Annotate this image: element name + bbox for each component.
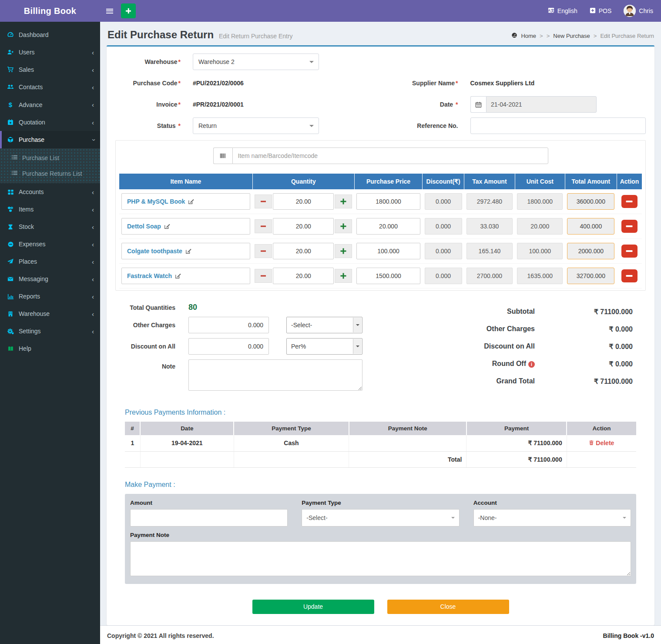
quantity-decrease-button[interactable] <box>255 244 272 258</box>
page-subtitle: Edit Return Purchase Entry <box>219 33 293 40</box>
sidebar-item-purchase[interactable]: Purchase <box>0 131 100 148</box>
sidebar-item-messaging[interactable]: Messaging <box>0 270 100 288</box>
quantity-input[interactable] <box>273 193 334 210</box>
list-icon <box>11 170 18 178</box>
quantity-increase-button[interactable] <box>335 219 352 233</box>
delete-payment-button[interactable]: Delete <box>589 439 614 446</box>
remove-item-button[interactable] <box>621 195 638 208</box>
other-charges-select[interactable]: -Select- <box>286 317 362 333</box>
quantity-input[interactable] <box>273 268 334 284</box>
grand-total-value: ₹ 71100.000 <box>535 377 633 386</box>
sidebar-item-purchase-list[interactable]: Purchase List <box>0 150 100 166</box>
amount-input[interactable] <box>130 509 288 527</box>
reference-no-input[interactable] <box>470 117 646 134</box>
quick-add-button[interactable] <box>121 3 136 18</box>
sidebar-item-dashboard[interactable]: Dashboard <box>0 26 100 44</box>
sidebar-item-accounts[interactable]: Accounts <box>0 183 100 201</box>
sidebar-item-settings[interactable]: Settings <box>0 322 100 340</box>
sidebar-item-users[interactable]: Users <box>0 44 100 61</box>
avatar <box>624 5 636 17</box>
other-charges-input[interactable] <box>188 317 269 333</box>
cubes-icon <box>7 206 14 213</box>
payment-note-textarea[interactable] <box>130 541 631 576</box>
discount-on-all-input[interactable] <box>188 338 269 355</box>
pos-button[interactable]: POS <box>590 7 612 15</box>
dashboard-icon <box>7 31 14 38</box>
warehouse-select[interactable]: Warehouse 2 <box>193 54 319 70</box>
quantity-increase-button[interactable] <box>335 269 352 283</box>
item-name-link[interactable]: Dettol Soap <box>121 218 250 235</box>
account-select[interactable]: -None- <box>473 509 631 527</box>
sidebar-item-purchase-returns-list[interactable]: Purchase Returns List <box>0 166 100 181</box>
info-icon[interactable] <box>528 361 535 368</box>
bar-chart-icon <box>7 293 14 300</box>
purchase-price-input[interactable] <box>356 193 420 210</box>
purchase-price-input[interactable] <box>356 218 420 235</box>
chevron-down-icon <box>92 137 94 143</box>
quantity-decrease-button[interactable] <box>255 269 272 283</box>
remove-item-button[interactable] <box>621 245 638 258</box>
paper-plane-icon <box>7 258 14 265</box>
purchase-price-input[interactable] <box>356 243 420 259</box>
sidebar-item-stock[interactable]: Stock <box>0 218 100 235</box>
hamburger-menu-icon[interactable] <box>100 0 119 22</box>
total-amount-value: 32700.000 <box>567 268 614 284</box>
sidebar-item-places[interactable]: Places <box>0 253 100 270</box>
account-label: Account <box>473 500 631 506</box>
total-quantities-value: 80 <box>188 303 197 312</box>
quantity-input[interactable] <box>273 243 334 259</box>
col-item-name: Item Name <box>119 174 252 189</box>
breadcrumb: Home > > New Purchase > Edit Purchase Re… <box>511 32 654 40</box>
note-label: Note <box>115 359 188 370</box>
payments-total-value: ₹ 71100.000 <box>466 451 567 467</box>
user-menu[interactable]: Chris <box>624 5 653 17</box>
sidebar-item-sales[interactable]: Sales <box>0 61 100 78</box>
sidebar-item-contacts[interactable]: Contacts <box>0 78 100 96</box>
chevron-left-icon <box>92 258 94 265</box>
chevron-left-icon <box>92 67 94 73</box>
sidebar-item-advance[interactable]: Advance <box>0 96 100 114</box>
sidebar-item-items[interactable]: Items <box>0 201 100 218</box>
item-name-link[interactable]: Colgate toothpaste <box>121 243 250 259</box>
sidebar-item-warehouse[interactable]: Warehouse <box>0 305 100 322</box>
col-discount: Discount(₹) <box>423 174 464 189</box>
discount-type-select[interactable]: Per% <box>286 338 362 355</box>
sidebar-item-quotation[interactable]: Quotation <box>0 114 100 131</box>
purchase-price-input[interactable] <box>356 268 420 284</box>
quantity-decrease-button[interactable] <box>255 195 272 208</box>
item-name-link[interactable]: PHP & MySQL Book <box>121 193 250 210</box>
sidebar-item-expenses[interactable]: Expenses <box>0 235 100 253</box>
total-quantities-label: Total Quantities <box>115 304 188 311</box>
date-input[interactable] <box>486 96 597 113</box>
other-charges-label: Other Charges <box>115 322 188 329</box>
unit-cost-value: 1635.000 <box>517 268 563 284</box>
item-name-link[interactable]: Fastrack Watch <box>121 268 250 284</box>
quantity-increase-button[interactable] <box>335 244 352 258</box>
sidebar-item-reports[interactable]: Reports <box>0 288 100 305</box>
app-logo[interactable]: Billing Book <box>0 0 100 22</box>
sidebar-item-help[interactable]: Help <box>0 340 100 357</box>
list-icon <box>11 154 18 162</box>
chevron-left-icon <box>92 241 94 248</box>
note-textarea[interactable] <box>188 359 362 391</box>
quantity-increase-button[interactable] <box>335 195 352 208</box>
quantity-decrease-button[interactable] <box>255 219 272 233</box>
update-button[interactable]: Update <box>252 600 374 614</box>
previous-payments-heading: Previous Payments Information : <box>125 409 646 416</box>
breadcrumb-new-purchase[interactable]: New Purchase <box>553 33 590 39</box>
reference-no-label: Reference No. <box>393 122 470 129</box>
close-button[interactable]: Close <box>387 600 509 614</box>
payment-type-select[interactable]: -Select- <box>302 509 459 527</box>
date-label: Date * <box>393 101 470 108</box>
tax-amount-value: 2972.480 <box>466 193 513 210</box>
remove-item-button[interactable] <box>621 220 638 233</box>
remove-item-button[interactable] <box>621 269 638 282</box>
breadcrumb-home[interactable]: Home <box>521 33 536 39</box>
payment-amount: ₹ 71100.000 <box>466 435 567 451</box>
quantity-input[interactable] <box>273 218 334 235</box>
status-select[interactable]: Return <box>193 117 319 134</box>
language-selector[interactable]: A文 English <box>548 7 577 15</box>
item-search-input[interactable] <box>232 148 548 164</box>
amount-label: Amount <box>130 500 288 506</box>
chevron-left-icon <box>92 293 94 300</box>
